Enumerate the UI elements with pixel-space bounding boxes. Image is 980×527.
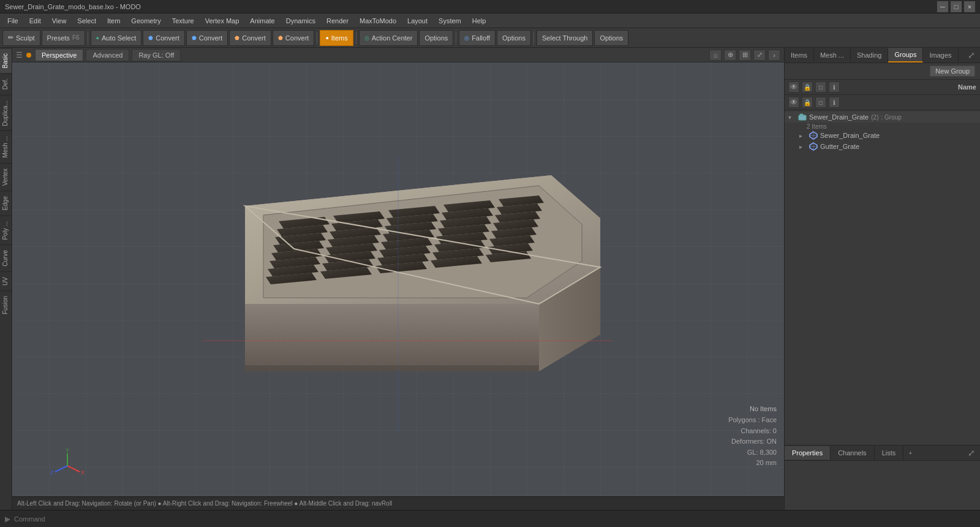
svg-marker-1	[245, 304, 539, 371]
menu-texture[interactable]: Texture	[167, 14, 199, 28]
scene-group-header[interactable]: ▾ Sewer_Drain_Grate (2) : Group	[785, 112, 980, 123]
viewport-tab-raygl[interactable]: Ray GL: Off	[132, 49, 181, 61]
sidebar-tab-vertex[interactable]: Vertex	[0, 163, 12, 191]
maximize-button[interactable]: □	[951, 1, 962, 12]
info-icon[interactable]: ℹ	[829, 82, 840, 93]
group-item-count: 2 Items	[785, 123, 980, 130]
group-info-icon[interactable]: ℹ	[829, 97, 840, 108]
panel-expand-icon[interactable]: ⤢	[963, 48, 980, 63]
viewport-status: No Items Polygons : Face Channels: 0 Def…	[728, 404, 777, 469]
status-deformers: Deformers: ON	[728, 436, 777, 447]
command-prompt-icon: ▶	[5, 515, 10, 523]
status-no-items: No Items	[728, 404, 777, 415]
new-group-row: New Group	[785, 63, 980, 80]
sidebar-tab-poly[interactable]: Poly ...	[0, 216, 12, 245]
menu-geometry[interactable]: Geometry	[126, 14, 165, 28]
menu-dynamics[interactable]: Dynamics	[281, 14, 320, 28]
col-header-name: Name	[958, 83, 976, 91]
tab-images[interactable]: Images	[923, 48, 958, 62]
convert2-button[interactable]: ⬟ Convert	[186, 30, 228, 46]
status-text: Alt-Left Click and Drag: Navigation: Rot…	[17, 500, 392, 507]
menu-layout[interactable]: Layout	[402, 14, 432, 28]
presets-button[interactable]: Presets F6	[42, 30, 85, 46]
menu-render[interactable]: Render	[322, 14, 353, 28]
new-group-button[interactable]: New Group	[930, 66, 975, 77]
status-channels: Channels: 0	[728, 426, 777, 437]
sidebar-tab-curve[interactable]: Curve	[0, 245, 12, 271]
menu-system[interactable]: System	[434, 14, 466, 28]
convert4-button[interactable]: ⬟ Convert	[273, 30, 315, 46]
viewport-zoom-button[interactable]: ⊕	[724, 50, 736, 61]
sidebar-tab-uv[interactable]: UV	[0, 271, 12, 290]
viewport-header: ☰ Perspective Advanced Ray GL: Off ⌂ ⊕ ⊞…	[12, 48, 784, 63]
convert1-button[interactable]: ⬟ Convert	[143, 30, 185, 46]
falloff-button[interactable]: ◎ Falloff	[459, 30, 496, 46]
tab-mesh[interactable]: Mesh ...	[814, 48, 851, 62]
menu-edit[interactable]: Edit	[24, 14, 46, 28]
item-label-gutter-grate: Gutter_Grate	[820, 143, 859, 150]
tab-properties[interactable]: Properties	[785, 446, 831, 460]
bottom-expand-icon[interactable]: ⤢	[963, 445, 980, 460]
viewport-controls: ⌂ ⊕ ⊞ ⤢ ›	[709, 50, 780, 61]
viewport-home-button[interactable]: ⌂	[709, 50, 722, 61]
viewport-menu-icon[interactable]: ☰	[16, 51, 23, 59]
right-panel: Items Mesh ... Shading Groups Images ⤢ N…	[784, 48, 980, 510]
convert3-button[interactable]: ⬟ Convert	[229, 30, 271, 46]
scene-item-sewer-drain[interactable]: ▸ Sewer_Drain_Grate	[785, 130, 980, 141]
add-tab-button[interactable]: +	[903, 447, 917, 459]
group-render-icon[interactable]: □	[815, 97, 826, 108]
sculpt-button[interactable]: ✏ Sculpt	[2, 30, 40, 46]
options1-button[interactable]: Options	[419, 30, 453, 46]
sidebar-tab-edge[interactable]: Edge	[0, 191, 12, 215]
tab-groups[interactable]: Groups	[888, 48, 923, 63]
menu-animate[interactable]: Animate	[245, 14, 279, 28]
menu-item[interactable]: Item	[102, 14, 125, 28]
command-input[interactable]	[14, 515, 975, 523]
menu-select[interactable]: Select	[72, 14, 101, 28]
main-area: Basic Def. Duplica... Mesh ... Vertex Ed…	[0, 48, 980, 510]
viewport-area: ☰ Perspective Advanced Ray GL: Off ⌂ ⊕ ⊞…	[12, 48, 784, 510]
viewport-expand-button[interactable]: ⤢	[753, 50, 766, 61]
close-button[interactable]: ×	[964, 1, 975, 12]
group-icons-row: 👁 🔒 □ ℹ	[785, 95, 980, 110]
panel-icons-row: 👁 🔒 □ ℹ Name	[785, 80, 980, 95]
sidebar-tab-basic[interactable]: Basic	[0, 48, 12, 73]
visibility-icon[interactable]: 👁	[788, 82, 799, 93]
status-gl: GL: 8,300	[728, 447, 777, 458]
menu-view[interactable]: View	[47, 14, 72, 28]
svg-text:Y: Y	[66, 447, 69, 453]
menu-help[interactable]: Help	[467, 14, 491, 28]
menu-vertex-map[interactable]: Vertex Map	[200, 14, 244, 28]
tab-lists[interactable]: Lists	[875, 446, 904, 460]
action-center-button[interactable]: ◎ Action Center	[359, 30, 418, 46]
group-lock-icon[interactable]: 🔒	[802, 97, 813, 108]
scene-item-gutter-grate[interactable]: ▸ Gutter_Grate	[785, 141, 980, 152]
minimize-button[interactable]: ─	[937, 1, 948, 12]
expand-arrow-icon: ▾	[788, 114, 796, 121]
tab-items[interactable]: Items	[785, 48, 814, 62]
tab-shading[interactable]: Shading	[851, 48, 888, 62]
viewport-fit-button[interactable]: ⊞	[739, 50, 751, 61]
viewport-more-button[interactable]: ›	[768, 50, 780, 61]
items-button[interactable]: ● Items	[320, 30, 353, 46]
lock-icon[interactable]: 🔒	[802, 82, 813, 93]
select-through-button[interactable]: Select Through	[537, 30, 593, 46]
sidebar-tab-fusion[interactable]: Fusion	[0, 290, 12, 319]
options3-button[interactable]: Options	[594, 30, 628, 46]
sidebar-tab-duplica[interactable]: Duplica...	[0, 95, 12, 131]
viewport-tab-advanced[interactable]: Advanced	[86, 49, 129, 61]
viewport-canvas[interactable]: X Z Y No Items Polygons : Face Channels:…	[12, 63, 784, 496]
menu-file[interactable]: File	[2, 14, 23, 28]
options2-button[interactable]: Options	[497, 30, 531, 46]
sidebar-tab-def[interactable]: Def.	[0, 73, 12, 94]
toolbar: ✏ Sculpt Presets F6 ● Auto Select ⬟ Conv…	[0, 28, 980, 48]
auto-select-button[interactable]: ● Auto Select	[91, 30, 142, 46]
right-panel-bottom: Properties Channels Lists + ⤢	[785, 445, 980, 510]
render-icon[interactable]: □	[815, 82, 826, 93]
menu-maxtomodo[interactable]: MaxToModo	[355, 14, 401, 28]
groups-panel: New Group 👁 🔒 □ ℹ Name 👁 🔒 □ ℹ	[785, 63, 980, 445]
tab-channels[interactable]: Channels	[831, 446, 874, 460]
sidebar-tab-mesh[interactable]: Mesh ...	[0, 131, 12, 163]
viewport-tab-perspective[interactable]: Perspective	[35, 49, 83, 61]
group-visibility-icon[interactable]: 👁	[788, 97, 799, 108]
